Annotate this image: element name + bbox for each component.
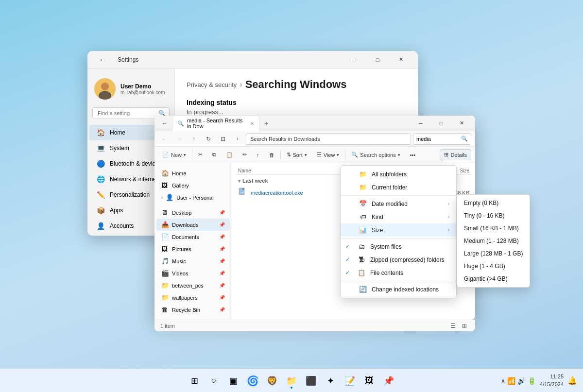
accounts-icon: 👤 xyxy=(96,222,105,230)
paste-button[interactable]: 📋 xyxy=(222,150,237,160)
taskbar-edge-icon[interactable]: 🌀 xyxy=(244,372,261,390)
new-button[interactable]: 📄 New ▾ xyxy=(158,150,190,160)
nav-pictures-label: Pictures xyxy=(172,246,191,252)
notification-button[interactable]: 🔔 xyxy=(567,376,577,385)
explorer-back-button[interactable]: ← xyxy=(158,117,171,130)
explorer-close-button[interactable]: ✕ xyxy=(452,117,471,130)
taskbar-photos-icon[interactable]: 🖼 xyxy=(360,372,378,390)
more-button[interactable]: ••• xyxy=(406,150,420,160)
explorer-minimize-button[interactable]: ─ xyxy=(411,117,430,130)
address-dropdown-button[interactable]: › xyxy=(231,133,244,145)
nav-between-pcs[interactable]: 📁 between_pcs 📌 xyxy=(156,279,230,291)
section-collapse-icon: ▾ xyxy=(238,178,240,184)
explorer-search-bar[interactable]: media 🔍 xyxy=(413,133,471,145)
pin-icon-videos: 📌 xyxy=(219,271,225,276)
task-view-button[interactable]: ▣ xyxy=(224,372,242,390)
menu-size[interactable]: 📊 Size › xyxy=(341,223,456,237)
taskbar-center: ⊞ ○ ▣ 🌀 🦁 📁 ⬛ ✦ 📝 🖼 📌 xyxy=(186,372,397,390)
nav-pictures[interactable]: 🖼 Pictures 📌 xyxy=(156,243,230,255)
nav-documents[interactable]: 📄 Documents 📌 xyxy=(156,231,230,243)
address-bar[interactable]: Search Results in Downloads xyxy=(246,133,411,145)
taskbar-terminal-icon[interactable]: ⬛ xyxy=(302,372,320,390)
copy-button[interactable]: ⧉ xyxy=(208,150,220,160)
nav-documents-label: Documents xyxy=(172,234,199,240)
menu-date-modified[interactable]: 📅 Date modified › xyxy=(341,197,456,210)
size-empty[interactable]: Empty (0 KB) xyxy=(457,197,530,209)
size-submenu: Empty (0 KB) Tiny (0 - 16 KB) Small (16 … xyxy=(457,194,530,288)
pin-icon-between-pcs: 📌 xyxy=(219,283,225,288)
view-icon: ☰ xyxy=(317,152,322,158)
menu-kind[interactable]: 🏷 Kind › xyxy=(341,210,456,223)
search-button[interactable]: ○ xyxy=(205,372,223,390)
breadcrumb-parent[interactable]: Privacy & security xyxy=(187,81,237,88)
back-button[interactable]: ← xyxy=(158,133,171,145)
nav-downloads[interactable]: 📥 Downloads 📌 xyxy=(156,219,230,231)
size-tiny[interactable]: Tiny (0 - 16 KB) xyxy=(457,209,530,222)
view-button[interactable]: ☰ View ▾ xyxy=(313,150,343,160)
taskbar-chatgpt-icon[interactable]: ✦ xyxy=(322,372,339,390)
menu-all-subfolders[interactable]: 📁 All subfolders xyxy=(341,168,456,181)
search-options-button[interactable]: 🔍 Search options ▾ xyxy=(347,150,404,160)
explorer-tab[interactable]: 🔍 media - Search Results in Dow ✕ xyxy=(172,115,259,131)
sidebar-label-home: Home xyxy=(110,129,125,136)
refresh-button[interactable]: ↻ xyxy=(202,133,215,145)
start-button[interactable]: ⊞ xyxy=(186,372,203,390)
size-small[interactable]: Small (16 KB - 1 MB) xyxy=(457,222,530,235)
nav-wallpapers[interactable]: 📁 wallpapers 📌 xyxy=(156,291,230,304)
grid-view-button[interactable]: ⊞ xyxy=(460,321,469,331)
new-tab-button[interactable]: + xyxy=(260,118,272,129)
nav-videos[interactable]: 🎬 Videos 📌 xyxy=(156,267,230,279)
sort-button[interactable]: ⇅ Sort ▾ xyxy=(283,150,311,160)
size-medium[interactable]: Medium (1 - 128 MB) xyxy=(457,235,530,247)
up-button[interactable]: ↑ xyxy=(188,133,200,145)
taskbar-file-explorer-icon[interactable]: 📁 xyxy=(283,372,300,390)
tray-expand-icon[interactable]: ∧ xyxy=(501,377,505,384)
settings-close-button[interactable]: ✕ xyxy=(390,52,412,67)
taskbar-notepad-icon[interactable]: 📝 xyxy=(341,372,359,390)
home-icon: 🏠 xyxy=(96,128,105,137)
search-options-menu: 📁 All subfolders 📁 Current folder 📅 Date… xyxy=(340,165,457,298)
nav-home[interactable]: 🏠 Home xyxy=(156,167,230,179)
taskbar-sticky-icon[interactable]: 📌 xyxy=(380,372,397,390)
explorer-search-query: media xyxy=(416,136,431,142)
new-icon: 📄 xyxy=(162,152,169,158)
view-toggle-button[interactable]: ⊡ xyxy=(217,133,229,145)
user-profile[interactable]: User Demo m_lab@outlook.com xyxy=(87,74,174,107)
explorer-toolbar: ← → ↑ ↻ ⊡ › Search Results in Downloads … xyxy=(154,131,475,147)
explorer-win-controls: ─ □ ✕ xyxy=(411,117,471,130)
share-button[interactable]: ↑ xyxy=(253,150,263,160)
settings-back-button[interactable]: ← xyxy=(91,52,114,67)
list-view-button[interactable]: ☰ xyxy=(448,321,458,331)
delete-button[interactable]: 🗑 xyxy=(265,150,278,160)
details-button[interactable]: ⊞ Details xyxy=(440,149,471,160)
expand-icon: › xyxy=(161,195,163,200)
size-large[interactable]: Large (128 MB - 1 GB) xyxy=(457,247,530,260)
nav-gallery[interactable]: 🖼 Gallery xyxy=(156,179,230,191)
rename-button[interactable]: ✏ xyxy=(239,150,251,160)
menu-change-indexed[interactable]: 🔄 Change indexed locations xyxy=(341,283,456,296)
nav-music[interactable]: 🎵 Music 📌 xyxy=(156,255,230,267)
menu-change-indexed-label: Change indexed locations xyxy=(372,286,439,293)
size-gigantic[interactable]: Gigantic (>4 GB) xyxy=(457,273,530,285)
size-huge[interactable]: Huge (1 - 4 GB) xyxy=(457,260,530,273)
taskbar-brave-icon[interactable]: 🦁 xyxy=(263,372,281,390)
nav-recycle[interactable]: 🗑 Recycle Bin 📌 xyxy=(156,304,230,316)
menu-system-files[interactable]: 🗂 System files xyxy=(341,240,456,253)
settings-maximize-button[interactable]: □ xyxy=(366,52,389,67)
user-name: User Demo xyxy=(120,83,165,90)
nav-desktop[interactable]: 🖥 Desktop 📌 xyxy=(156,206,230,219)
nav-user-personal[interactable]: › 👤 User - Personal xyxy=(156,191,230,204)
nav-gallery-label: Gallery xyxy=(172,183,189,188)
cut-button[interactable]: ✂ xyxy=(194,150,206,160)
tab-close-button[interactable]: ✕ xyxy=(250,121,254,126)
menu-file-contents[interactable]: 📋 File contents xyxy=(341,266,456,279)
settings-minimize-button[interactable]: ─ xyxy=(343,52,365,67)
menu-current-folder-label: Current folder xyxy=(372,184,407,191)
nav-videos-label: Videos xyxy=(172,271,188,276)
menu-zipped-folders[interactable]: 🗜 Zipped (compressed) folders xyxy=(341,253,456,266)
forward-button[interactable]: → xyxy=(173,133,186,145)
explorer-maximize-button[interactable]: □ xyxy=(431,117,451,130)
taskbar-clock[interactable]: 11:25 4/15/2024 xyxy=(540,373,564,388)
menu-current-folder[interactable]: 📁 Current folder xyxy=(341,181,456,194)
delete-icon: 🗑 xyxy=(269,152,274,158)
